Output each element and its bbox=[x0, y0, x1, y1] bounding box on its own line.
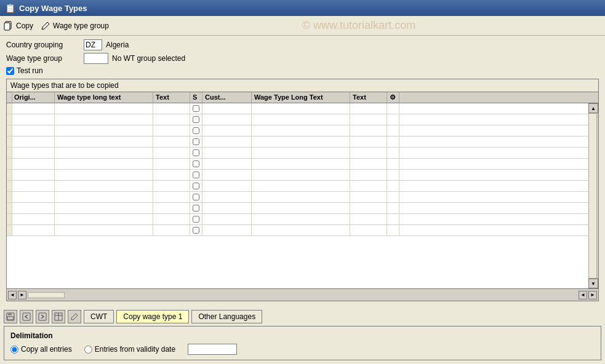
scroll-up-btn[interactable]: ▲ bbox=[588, 103, 598, 113]
test-run-label: Test run bbox=[17, 66, 43, 75]
scroll-left-btn[interactable]: ◄ bbox=[8, 291, 17, 299]
row-text2 bbox=[350, 203, 387, 213]
wage-types-table-section: Wage types that are to be copied Origi..… bbox=[6, 79, 599, 301]
col-text: Text bbox=[153, 92, 190, 103]
country-grouping-value: Algeria bbox=[106, 41, 129, 49]
row-text bbox=[153, 192, 190, 202]
row-wage-type-long-text bbox=[55, 114, 153, 125]
copy-all-entries-label: Copy all entries bbox=[21, 345, 72, 354]
row-origi bbox=[12, 114, 55, 125]
row-s-check[interactable] bbox=[190, 214, 202, 224]
row-s-check[interactable] bbox=[190, 170, 202, 180]
row-s-check[interactable] bbox=[190, 148, 202, 158]
cwt-button[interactable]: CWT bbox=[84, 310, 114, 323]
col-wage-type-long-text2: Wage Type Long Text bbox=[252, 92, 350, 103]
pencil-icon bbox=[41, 21, 50, 31]
col-settings[interactable]: ⚙ bbox=[387, 92, 399, 103]
delimitation-options: Copy all entries Entries from validity d… bbox=[10, 344, 595, 355]
table-title: Wage types that are to be copied bbox=[7, 79, 598, 92]
icon-btn-1[interactable] bbox=[4, 310, 17, 323]
copy-all-entries-radio[interactable] bbox=[10, 346, 18, 354]
table-row bbox=[7, 225, 598, 236]
table-footer: ◄ ► ◄ ► bbox=[7, 288, 598, 301]
row-cust bbox=[202, 136, 252, 147]
copy-wage-type-button[interactable]: Copy wage type 1 bbox=[116, 310, 189, 323]
table-row bbox=[7, 181, 598, 192]
row-cust bbox=[202, 148, 252, 158]
row-text bbox=[153, 125, 190, 136]
entries-validity-date-option: Entries from validity date bbox=[84, 345, 175, 354]
icon-btn-2[interactable] bbox=[20, 310, 33, 323]
table-header: Origi... Wage type long text Text S Cust… bbox=[7, 92, 598, 103]
row-s-check[interactable] bbox=[190, 136, 202, 147]
svg-rect-6 bbox=[39, 313, 46, 320]
row-text bbox=[153, 136, 190, 147]
horiz-track-left[interactable] bbox=[28, 292, 65, 298]
row-s-check[interactable] bbox=[190, 114, 202, 125]
row-text2 bbox=[350, 125, 387, 136]
row-s-check[interactable] bbox=[190, 192, 202, 202]
row-icon bbox=[387, 214, 399, 224]
copy-toolbar-item[interactable]: Copy bbox=[4, 21, 33, 31]
row-text2 bbox=[350, 170, 387, 180]
icon-btn-4[interactable] bbox=[52, 310, 65, 323]
validity-date-input[interactable] bbox=[188, 344, 237, 355]
entries-validity-date-radio[interactable] bbox=[84, 346, 92, 354]
toolbar: Copy Wage type group © www.tutorialkart.… bbox=[0, 16, 605, 36]
scroll-track[interactable] bbox=[588, 113, 597, 279]
row-s-check[interactable] bbox=[190, 203, 202, 213]
row-wage-type-long-text2 bbox=[252, 203, 350, 213]
row-cust bbox=[202, 170, 252, 180]
row-origi bbox=[12, 181, 55, 191]
row-text2 bbox=[350, 225, 387, 235]
table-row bbox=[7, 136, 598, 148]
icon-btn-5[interactable] bbox=[68, 310, 81, 323]
horiz-scroll-area: ◄ ► ◄ ► bbox=[7, 290, 598, 301]
row-origi bbox=[12, 192, 55, 202]
scroll-right-btn[interactable]: ► bbox=[18, 291, 26, 299]
row-s-check[interactable] bbox=[190, 225, 202, 235]
icon-btn-3[interactable] bbox=[36, 310, 49, 323]
wage-type-group-toolbar-item[interactable]: Wage type group bbox=[41, 21, 109, 31]
row-s-check[interactable] bbox=[190, 159, 202, 169]
country-grouping-input[interactable] bbox=[84, 39, 102, 50]
table-wrapper: Origi... Wage type long text Text S Cust… bbox=[7, 92, 598, 301]
row-text2 bbox=[350, 181, 387, 191]
scroll-left2-btn[interactable]: ◄ bbox=[579, 291, 587, 299]
wage-type-group-row: Wage type group No WT group selected bbox=[6, 53, 599, 64]
row-origi bbox=[12, 148, 55, 158]
row-cust bbox=[202, 214, 252, 224]
table-row bbox=[7, 192, 598, 203]
vertical-scrollbar[interactable]: ▲ ▼ bbox=[588, 103, 598, 288]
row-s-check[interactable] bbox=[190, 181, 202, 191]
row-text bbox=[153, 159, 190, 169]
test-run-checkbox[interactable] bbox=[6, 67, 14, 75]
other-languages-button[interactable]: Other Languages bbox=[191, 310, 262, 323]
wage-type-group-form-label: Wage type group bbox=[6, 54, 80, 63]
row-text2 bbox=[350, 214, 387, 224]
row-wage-type-long-text2 bbox=[252, 125, 350, 136]
row-text bbox=[153, 148, 190, 158]
row-wage-type-long-text2 bbox=[252, 181, 350, 191]
row-wage-type-long-text bbox=[55, 225, 153, 235]
country-grouping-row: Country grouping Algeria bbox=[6, 39, 599, 50]
row-cust bbox=[202, 225, 252, 235]
title-bar: 📋 Copy Wage Types bbox=[0, 0, 605, 16]
row-cust bbox=[202, 103, 252, 114]
main-window: 📋 Copy Wage Types Copy Wage type group ©… bbox=[0, 0, 605, 364]
row-cust bbox=[202, 114, 252, 125]
table-row bbox=[7, 159, 598, 170]
wage-type-group-input[interactable] bbox=[84, 53, 108, 64]
row-cust bbox=[202, 125, 252, 136]
scroll-right2-btn[interactable]: ► bbox=[588, 291, 597, 299]
row-cust bbox=[202, 159, 252, 169]
table-row bbox=[7, 214, 598, 225]
row-wage-type-long-text bbox=[55, 159, 153, 169]
scroll-down-btn[interactable]: ▼ bbox=[588, 279, 598, 288]
row-cust bbox=[202, 192, 252, 202]
row-s-check[interactable] bbox=[190, 103, 202, 114]
row-s-check[interactable] bbox=[190, 125, 202, 136]
row-icon bbox=[387, 192, 399, 202]
row-wage-type-long-text2 bbox=[252, 136, 350, 147]
row-text bbox=[153, 170, 190, 180]
